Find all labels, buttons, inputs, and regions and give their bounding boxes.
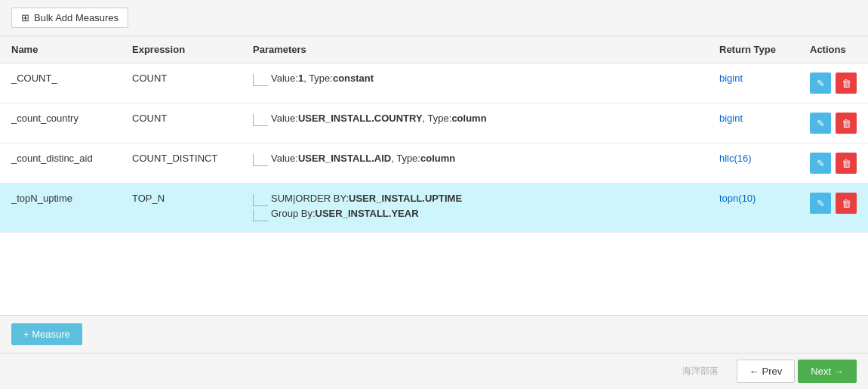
delete-button[interactable]: 🗑 xyxy=(836,73,857,94)
measures-table-container: Name Expression Parameters Return Type A… xyxy=(0,36,868,315)
param-indent-icon xyxy=(253,154,268,166)
edit-button[interactable]: ✎ xyxy=(810,113,831,134)
row-parameters: Value:USER_INSTALL.COUNTRY, Type:column xyxy=(242,103,708,144)
arrow-left-icon: ← xyxy=(749,366,759,377)
arrow-right-icon: → xyxy=(834,366,844,377)
edit-button[interactable]: ✎ xyxy=(810,193,831,214)
toolbar: ⊞ Bulk Add Measures xyxy=(0,0,868,36)
row-parameters: Value:USER_INSTALL.AID, Type:column xyxy=(242,144,708,184)
table-row: _topN_uptime TOP_N SUM|ORDER BY:USER_INS… xyxy=(0,184,868,233)
header-name: Name xyxy=(0,36,121,63)
row-actions: ✎ 🗑 xyxy=(799,184,868,233)
param-indent-icon xyxy=(253,209,268,221)
edit-button[interactable]: ✎ xyxy=(810,73,831,94)
row-name: _COUNT_ xyxy=(0,63,121,103)
row-actions: ✎ 🗑 xyxy=(799,144,868,184)
header-return-type: Return Type xyxy=(708,36,799,63)
param-text: Value:USER_INSTALL.AID, Type:column xyxy=(271,153,455,164)
table-header-row: Name Expression Parameters Return Type A… xyxy=(0,36,868,63)
page-wrapper: ⊞ Bulk Add Measures Name Expression Para… xyxy=(0,0,868,389)
row-expression: COUNT_DISTINCT xyxy=(121,144,242,184)
table-row: _count_distinc_aid COUNT_DISTINCT Value:… xyxy=(0,144,868,184)
row-expression: TOP_N xyxy=(121,184,242,233)
param-text: Value:USER_INSTALL.COUNTRY, Type:column xyxy=(271,113,487,124)
add-measure-button[interactable]: + Measure xyxy=(11,323,82,345)
bulk-add-button[interactable]: ⊞ Bulk Add Measures xyxy=(11,8,128,28)
row-return-type: bigint xyxy=(708,63,799,103)
delete-button[interactable]: 🗑 xyxy=(836,193,857,214)
row-actions: ✎ 🗑 xyxy=(799,103,868,144)
param-indent-icon xyxy=(253,74,268,86)
row-name: _topN_uptime xyxy=(0,184,121,233)
bottom-toolbar: + Measure xyxy=(0,315,868,353)
bulk-add-label: Bulk Add Measures xyxy=(34,12,119,23)
row-name: _count_country xyxy=(0,103,121,144)
next-label: Next xyxy=(811,366,831,377)
row-return-type: topn(10) xyxy=(708,184,799,233)
prev-label: Prev xyxy=(762,366,783,377)
edit-button[interactable]: ✎ xyxy=(810,153,831,174)
row-return-type: hllc(16) xyxy=(708,144,799,184)
row-expression: COUNT xyxy=(121,103,242,144)
param-text: SUM|ORDER BY:USER_INSTALL.UPTIME xyxy=(271,193,462,204)
param-indent-icon xyxy=(253,194,268,206)
table-row: _COUNT_ COUNT Value:1, Type:constant big… xyxy=(0,63,868,103)
watermark: 海泮部落 xyxy=(11,365,719,378)
header-parameters: Parameters xyxy=(242,36,708,63)
row-return-type: bigint xyxy=(708,103,799,144)
row-parameters: SUM|ORDER BY:USER_INSTALL.UPTIME Group B… xyxy=(242,184,708,233)
next-button[interactable]: Next → xyxy=(798,360,857,383)
row-expression: COUNT xyxy=(121,63,242,103)
delete-button[interactable]: 🗑 xyxy=(836,113,857,134)
header-expression: Expression xyxy=(121,36,242,63)
row-name: _count_distinc_aid xyxy=(0,144,121,184)
param-text: Group By:USER_INSTALL.YEAR xyxy=(271,208,419,219)
delete-button[interactable]: 🗑 xyxy=(836,153,857,174)
table-row: _count_country COUNT Value:USER_INSTALL.… xyxy=(0,103,868,144)
measures-table: Name Expression Parameters Return Type A… xyxy=(0,36,868,233)
header-actions: Actions xyxy=(799,36,868,63)
row-actions: ✎ 🗑 xyxy=(799,63,868,103)
footer: 海泮部落 ← Prev Next → xyxy=(0,353,868,389)
prev-button[interactable]: ← Prev xyxy=(737,360,796,383)
row-parameters: Value:1, Type:constant xyxy=(242,63,708,103)
param-text: Value:1, Type:constant xyxy=(271,73,374,84)
param-indent-icon xyxy=(253,114,268,126)
table-icon: ⊞ xyxy=(21,12,29,23)
